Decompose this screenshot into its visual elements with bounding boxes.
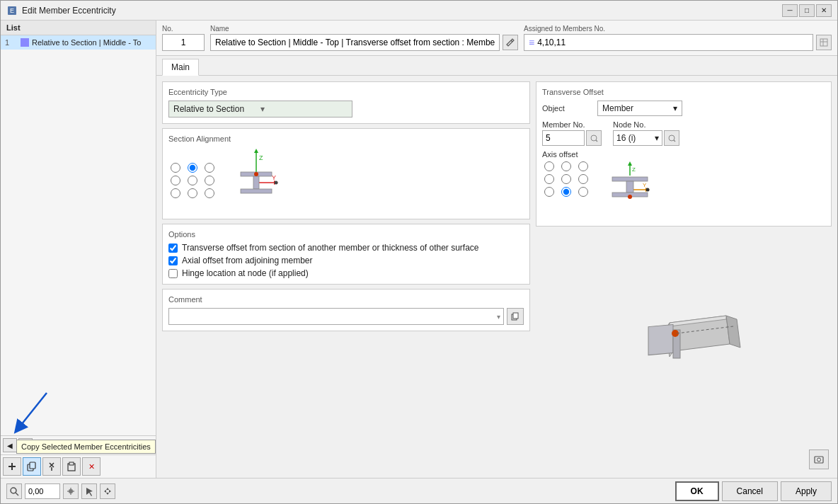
list-item[interactable]: 1 Relative to Section | Middle - To <box>1 35 156 50</box>
axis-radio-br[interactable] <box>576 187 590 197</box>
search-toolbar-button[interactable] <box>6 483 22 499</box>
snap-button[interactable] <box>63 483 79 499</box>
list-nav-left[interactable]: ◀ <box>3 438 17 452</box>
eccentricity-type-section: Eccentricity Type Relative to Section ▾ <box>162 81 530 124</box>
pan-button[interactable] <box>100 483 115 499</box>
no-input[interactable] <box>162 34 205 51</box>
axis-radio-bl[interactable] <box>542 187 556 197</box>
radio-bc[interactable] <box>185 188 200 198</box>
axis-radio-ml[interactable] <box>542 174 556 184</box>
option-axial: Axial offset from adjoining member <box>168 256 524 265</box>
comment-copy-button[interactable] <box>507 308 524 325</box>
alignment-area: Z Y <box>168 147 524 213</box>
radio-mc[interactable] <box>185 176 200 185</box>
member-pick-button[interactable] <box>586 130 602 146</box>
comment-section: Comment ▾ <box>162 289 530 331</box>
minimize-button[interactable]: ─ <box>782 4 798 17</box>
cancel-button[interactable]: Cancel <box>722 481 778 501</box>
svg-point-43 <box>646 188 650 192</box>
paste-button[interactable] <box>62 457 81 476</box>
axis-radio-tc[interactable] <box>559 161 573 171</box>
member-node-row: Member No. Node No. <box>542 120 825 146</box>
close-button[interactable]: ✕ <box>816 4 832 17</box>
node-no-value: 16 (i) <box>616 133 655 143</box>
svg-marker-61 <box>106 493 109 495</box>
radio-tc[interactable] <box>185 163 200 173</box>
svg-text:Y: Y <box>272 174 276 181</box>
coord-input[interactable] <box>25 483 60 499</box>
option-hinge: Hinge location at node (if applied) <box>168 268 524 278</box>
radio-mr[interactable] <box>202 176 217 185</box>
comment-input[interactable] <box>169 310 494 323</box>
object-dropdown[interactable]: Member ▾ <box>597 101 682 116</box>
options-section: Options Transverse offset from section o… <box>162 224 530 285</box>
apply-button[interactable]: Apply <box>781 481 832 501</box>
screenshot-button[interactable] <box>809 449 829 469</box>
assigned-pick-button[interactable] <box>816 35 832 50</box>
radio-bl[interactable] <box>168 188 183 198</box>
svg-marker-17 <box>254 149 258 153</box>
list-item-num: 1 <box>5 38 16 47</box>
comment-label: Comment <box>168 295 524 304</box>
node-no-dropdown[interactable]: 16 (i) ▾ <box>613 130 662 146</box>
no-group: No. <box>162 25 205 51</box>
3d-diagram <box>536 231 832 442</box>
svg-rect-48 <box>648 324 673 355</box>
alignment-radio-grid <box>168 163 217 198</box>
svg-line-12 <box>511 40 512 42</box>
svg-point-29 <box>591 135 597 141</box>
app-icon: E <box>6 5 18 16</box>
svg-marker-60 <box>106 488 109 490</box>
option-hinge-checkbox[interactable] <box>168 269 178 278</box>
ok-button[interactable]: OK <box>675 481 719 501</box>
edit-name-button[interactable] <box>503 35 518 50</box>
assigned-input[interactable] <box>537 38 808 47</box>
main-window: E Edit Member Eccentricity ─ □ ✕ List 1 … <box>0 0 838 504</box>
eccentricity-type-dropdown[interactable]: Relative to Section ▾ <box>168 101 352 118</box>
radio-br[interactable] <box>202 188 217 198</box>
radio-tl[interactable] <box>168 163 183 173</box>
assigned-input-row: ≡ <box>524 34 832 51</box>
add-button[interactable] <box>3 457 21 476</box>
name-input[interactable] <box>210 34 500 51</box>
member-no-input-row <box>542 130 602 146</box>
option-axial-checkbox[interactable] <box>168 256 178 265</box>
axis-radio-tr[interactable] <box>576 161 590 171</box>
tab-main[interactable]: Main <box>162 59 199 76</box>
transverse-offset-section: Transverse Offset Object Member ▾ <box>536 81 832 227</box>
tooltip: Copy Selected Member Eccentricities <box>16 440 156 454</box>
radio-ml[interactable] <box>168 176 183 185</box>
axis-radio-mr[interactable] <box>576 174 590 184</box>
node-pick-button[interactable] <box>664 130 679 146</box>
comment-dropdown-arrow[interactable]: ▾ <box>494 311 503 322</box>
member-no-group: Member No. <box>542 120 602 146</box>
list-item-label: Relative to Section | Middle - To <box>32 38 141 47</box>
radio-tr[interactable] <box>202 163 217 173</box>
select-button[interactable] <box>81 483 97 499</box>
svg-rect-6 <box>30 462 35 469</box>
cut-button[interactable] <box>42 457 61 476</box>
maximize-button[interactable]: □ <box>799 4 815 17</box>
member-no-label: Member No. <box>542 120 602 129</box>
option-transverse-checkbox[interactable] <box>168 244 178 253</box>
svg-point-42 <box>628 195 632 199</box>
axis-radio-bm[interactable] <box>559 187 573 197</box>
copy-button[interactable] <box>23 457 41 476</box>
section-alignment-section: Section Alignment <box>162 128 530 219</box>
svg-text:Y: Y <box>643 182 647 188</box>
svg-marker-59 <box>86 488 93 496</box>
svg-rect-28 <box>513 313 518 319</box>
assigned-group: Assigned to Members No. ≡ <box>524 25 832 51</box>
member-no-input[interactable] <box>542 130 585 146</box>
svg-point-53 <box>817 458 821 462</box>
axis-radio-tl[interactable] <box>542 161 556 171</box>
top-info-row: No. Name Assigned to Members No. <box>156 21 837 56</box>
axis-radio-mc[interactable] <box>559 174 573 184</box>
delete-button[interactable]: ✕ <box>82 457 101 476</box>
node-no-input-row: 16 (i) ▾ <box>613 130 679 146</box>
form-area: Eccentricity Type Relative to Section ▾ … <box>156 76 837 478</box>
list-items: 1 Relative to Section | Middle - To <box>1 35 156 236</box>
list-actions: ✕ Copy Selected Member Eccentricities <box>1 454 156 478</box>
bottom-area: OK Cancel Apply <box>1 478 837 503</box>
ibeam-diagram: Z Y <box>228 147 285 213</box>
